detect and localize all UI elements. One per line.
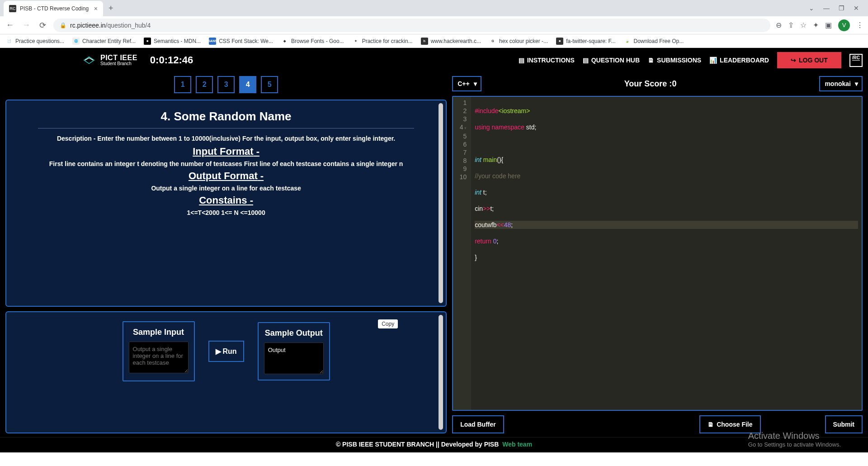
menu-icon[interactable]: ⋮ [856,21,863,29]
list-icon: ▤ [583,57,589,64]
problem-panel: 4. Some Random Name Description - Enter … [5,100,447,307]
share-icon[interactable]: ⇪ [788,21,794,29]
back-icon[interactable]: ← [5,20,15,30]
app-header: PICT IEEE Student Branch 0:0:12:46 ▤INST… [0,48,868,72]
input-format-head: Input Format - [38,146,414,157]
zoom-icon[interactable]: ⊖ [776,21,782,29]
question-tabs: 12345 [5,76,447,93]
constraints-head: Constains - [38,195,414,206]
logo-sub: Student Branch [100,62,137,66]
forward-icon: → [21,20,32,30]
lock-icon: 🔒 [60,22,66,29]
question-tab-3[interactable]: 3 [217,76,235,93]
logout-button[interactable]: ↪LOG OUT [777,52,841,68]
copy-button[interactable]: Copy [378,319,398,328]
logo[interactable]: PICT IEEE Student Branch [82,53,137,67]
tab-title: PISB - CTD Reverse Coding [20,5,90,12]
avatar[interactable]: V [838,19,850,31]
file-icon: 🗎 [648,57,654,64]
bookmark-item[interactable]: ✦Practice for crackin... [352,38,413,45]
extensions-icon[interactable]: ✦ [813,21,819,29]
input-format-text: First line contains an integer t denotin… [38,160,414,167]
question-tab-5[interactable]: 5 [261,76,278,93]
file-icon: 🗎 [708,421,714,428]
new-tab-button[interactable]: + [105,2,117,15]
sample-input-label: Sample Input [129,328,189,337]
sidepanel-icon[interactable]: ▣ [825,21,832,29]
nav-question-hub[interactable]: ▤QUESTION HUB [583,57,640,64]
problem-description: Description - Enter the number between 1… [38,135,414,142]
logout-icon: ↪ [791,57,796,64]
footer-link[interactable]: Web team [502,441,532,448]
language-select[interactable]: C++ [452,76,481,91]
sample-input-box: Sample Input [123,321,195,381]
question-tab-2[interactable]: 2 [196,76,213,93]
scrollbar[interactable] [439,315,443,430]
code-editor[interactable]: 12345678910 #include<iostream> using nam… [452,96,863,411]
bookmark-item[interactable]: ■fa-twitter-square: F... [556,38,615,45]
url-text: rc.pictieee.in/question_hub/4 [70,22,764,29]
bookmark-item[interactable]: ■Semantics - MDN... [144,38,201,45]
browser-tab[interactable]: RC PISB - CTD Reverse Coding × [4,1,103,16]
editor-gutter: 12345678910 [453,97,471,410]
logo-icon [82,53,96,67]
minimize-icon[interactable]: — [823,5,830,12]
nav-instructions[interactable]: ▤INSTRUCTIONS [519,57,575,64]
star-icon[interactable]: ☆ [800,21,807,29]
chart-icon: 📊 [709,57,717,64]
sample-panel: Copy Sample Input ▶Run Sample Output Out… [5,311,447,433]
footer: © PISB IEEE STUDENT BRANCH || Developed … [0,437,868,451]
nav-bar: ← → ⟳ 🔒 rc.pictieee.in/question_hub/4 ⊖ … [0,16,868,34]
bookmark-item[interactable]: hwww.hackerearth.c... [421,38,481,45]
activate-windows-watermark: Activate Windows Go to Settings to activ… [748,431,841,448]
problem-title: 4. Some Random Name [38,109,414,124]
output-format-head: Output Format - [38,170,414,182]
rc-badge: /RC [849,54,863,67]
output-format-text: Output a single integer on a line for ea… [38,185,414,192]
bookmarks-bar: 📄Practice questions...🌐Character Entity … [0,34,868,48]
bookmark-item[interactable]: ◆Browse Fonts - Goo... [281,38,344,45]
question-tab-1[interactable]: 1 [174,76,191,93]
tab-bar: RC PISB - CTD Reverse Coding × + ⌄ — ❐ ✕ [0,0,868,16]
maximize-icon[interactable]: ❐ [839,5,844,12]
logo-main: PICT IEEE [100,54,137,62]
sample-output-label: Sample Output [264,328,324,338]
bookmark-item[interactable]: SANSCSS Font Stack: We... [209,38,273,45]
reload-icon[interactable]: ⟳ [37,20,48,30]
list-icon: ▤ [519,57,524,64]
close-icon[interactable]: × [94,5,98,12]
dropdown-icon[interactable]: ⌄ [809,5,814,12]
bookmark-item[interactable]: 🍃Download Free Op... [624,38,684,45]
run-button[interactable]: ▶Run [208,341,244,362]
bookmark-item[interactable]: 🌐Character Entity Ref... [72,38,136,45]
timer: 0:0:12:46 [150,54,193,66]
theme-select[interactable]: monokai [819,76,863,91]
bookmark-item[interactable]: Ghex colour picker -... [489,38,548,45]
play-icon: ▶ [216,347,221,356]
sample-input-field[interactable] [129,342,189,373]
question-tab-4[interactable]: 4 [239,76,256,93]
nav-submissions[interactable]: 🗎SUBMISSIONS [648,57,701,64]
score-display: Your Score :0 [487,79,814,89]
scrollbar[interactable] [439,103,443,303]
url-bar[interactable]: 🔒 rc.pictieee.in/question_hub/4 [53,19,770,32]
sample-output-field[interactable]: Output [264,342,324,374]
bookmark-item[interactable]: 📄Practice questions... [5,38,64,45]
window-controls: ⌄ — ❐ ✕ [809,5,864,12]
constraints-text: 1<=T<2000 1<= N <=10000 [38,209,414,216]
close-window-icon[interactable]: ✕ [854,5,859,12]
editor-code[interactable]: #include<iostream> using namespace std; … [471,97,862,410]
sample-output-box: Sample Output Output [258,322,330,380]
favicon-icon: RC [9,5,16,12]
nav-leaderboard[interactable]: 📊LEADERBOARD [709,57,769,64]
load-buffer-button[interactable]: Load Buffer [452,415,504,433]
